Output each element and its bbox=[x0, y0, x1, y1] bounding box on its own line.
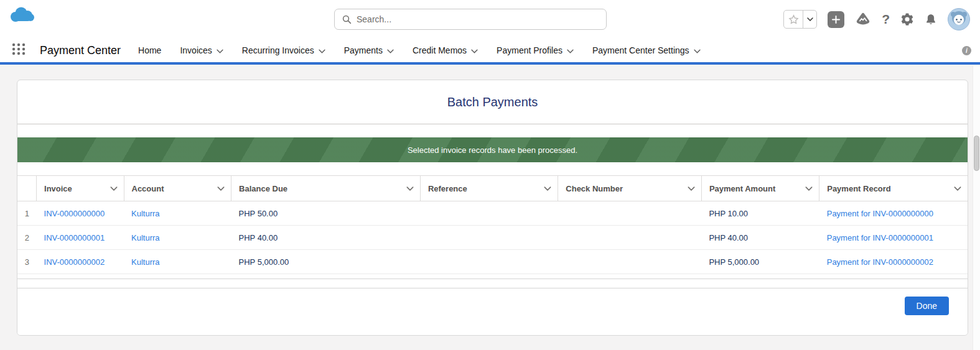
reference-value bbox=[420, 201, 558, 226]
tab-payments[interactable]: Payments bbox=[344, 45, 394, 55]
favorites-dropdown-icon[interactable] bbox=[803, 11, 816, 28]
chevron-down-icon[interactable] bbox=[217, 187, 225, 191]
payment-amount-value: PHP 40.00 bbox=[701, 226, 819, 250]
user-avatar[interactable] bbox=[948, 8, 970, 30]
guidance-icon[interactable] bbox=[855, 12, 871, 27]
chevron-down-icon[interactable] bbox=[387, 49, 394, 53]
chevron-down-icon[interactable] bbox=[544, 187, 551, 191]
column-header-account[interactable]: Account bbox=[124, 176, 231, 201]
setup-gear-icon[interactable] bbox=[900, 12, 914, 26]
account-link[interactable]: Kulturra bbox=[131, 209, 160, 218]
table-row: 1 INV-0000000000 Kulturra PHP 50.00 PHP … bbox=[17, 201, 968, 226]
page-title: Batch Payments bbox=[17, 80, 968, 124]
help-icon[interactable]: ? bbox=[882, 12, 890, 27]
check-number-value bbox=[558, 250, 702, 274]
global-search[interactable] bbox=[334, 9, 607, 30]
app-launcher-icon[interactable] bbox=[11, 42, 26, 59]
invoice-link[interactable]: INV-0000000000 bbox=[44, 209, 105, 218]
table-header-row: Invoice Account Balance Due Reference Ch… bbox=[17, 176, 968, 201]
chevron-down-icon[interactable] bbox=[954, 187, 961, 191]
page-scrollbar-thumb[interactable] bbox=[974, 136, 979, 171]
nav-tabs: Home Invoices Recurring Invoices Payment… bbox=[138, 45, 701, 55]
check-number-value bbox=[558, 226, 702, 250]
tab-payment-center-settings[interactable]: Payment Center Settings bbox=[592, 45, 701, 55]
salesforce-cloud-logo bbox=[8, 6, 35, 27]
batch-payments-table: Invoice Account Balance Due Reference Ch… bbox=[17, 175, 968, 274]
column-header-payment-amount[interactable]: Payment Amount bbox=[701, 176, 819, 201]
global-header: ? bbox=[0, 0, 980, 39]
chevron-down-icon[interactable] bbox=[406, 187, 414, 191]
chevron-down-icon[interactable] bbox=[805, 187, 813, 191]
table-row: 3 INV-0000000002 Kulturra PHP 5,000.00 P… bbox=[17, 250, 968, 274]
account-link[interactable]: Kulturra bbox=[131, 233, 160, 242]
account-link[interactable]: Kulturra bbox=[131, 257, 160, 267]
table-row: 2 INV-0000000001 Kulturra PHP 40.00 PHP … bbox=[17, 226, 968, 250]
payment-record-link[interactable]: Payment for INV-0000000000 bbox=[827, 209, 933, 218]
invoice-link[interactable]: INV-0000000001 bbox=[44, 233, 105, 242]
reference-value bbox=[420, 250, 558, 274]
tab-invoices[interactable]: Invoices bbox=[180, 45, 223, 55]
check-number-value bbox=[558, 201, 702, 226]
row-number: 2 bbox=[17, 226, 37, 250]
success-banner: Selected invoice records have been proce… bbox=[17, 137, 968, 162]
global-actions-plus-icon[interactable] bbox=[828, 11, 844, 28]
notifications-bell-icon[interactable] bbox=[925, 13, 937, 26]
favorites-star-icon[interactable] bbox=[784, 11, 803, 28]
chevron-down-icon[interactable] bbox=[471, 49, 478, 53]
chevron-down-icon[interactable] bbox=[319, 49, 325, 53]
balance-due-value: PHP 40.00 bbox=[231, 226, 421, 250]
payment-record-link[interactable]: Payment for INV-0000000002 bbox=[827, 257, 933, 267]
payment-record-link[interactable]: Payment for INV-0000000001 bbox=[827, 233, 933, 242]
payment-amount-value: PHP 10.00 bbox=[701, 201, 819, 226]
chevron-down-icon[interactable] bbox=[110, 187, 118, 191]
search-icon bbox=[342, 15, 352, 24]
chevron-down-icon[interactable] bbox=[567, 49, 574, 53]
payment-amount-value: PHP 5,000.00 bbox=[701, 250, 819, 274]
balance-due-value: PHP 5,000.00 bbox=[231, 250, 421, 274]
column-header-invoice[interactable]: Invoice bbox=[37, 176, 124, 201]
info-icon[interactable]: i bbox=[962, 46, 971, 55]
tab-payment-profiles[interactable]: Payment Profiles bbox=[497, 45, 574, 55]
tab-credit-memos[interactable]: Credit Memos bbox=[413, 45, 478, 55]
app-name: Payment Center bbox=[40, 44, 121, 57]
chevron-down-icon[interactable] bbox=[217, 49, 223, 53]
chevron-down-icon[interactable] bbox=[688, 187, 695, 191]
batch-payments-card: Batch Payments Selected invoice records … bbox=[17, 80, 968, 336]
done-button[interactable]: Done bbox=[905, 297, 949, 315]
card-footer: Done bbox=[17, 288, 968, 336]
column-header-check-number[interactable]: Check Number bbox=[558, 176, 702, 201]
page-scrollbar-track[interactable] bbox=[973, 66, 980, 350]
invoice-link[interactable]: INV-0000000002 bbox=[44, 257, 105, 267]
app-nav-bar: Payment Center Home Invoices Recurring I… bbox=[0, 39, 980, 65]
search-input[interactable] bbox=[357, 14, 599, 24]
table-horizontal-scrollbar[interactable] bbox=[17, 279, 968, 288]
tab-home[interactable]: Home bbox=[138, 45, 161, 55]
row-number-header bbox=[17, 176, 37, 201]
row-number: 3 bbox=[17, 250, 37, 274]
column-header-reference[interactable]: Reference bbox=[420, 176, 558, 201]
row-number: 1 bbox=[17, 201, 37, 226]
balance-due-value: PHP 50.00 bbox=[231, 201, 421, 226]
chevron-down-icon[interactable] bbox=[694, 49, 701, 53]
reference-value bbox=[420, 226, 558, 250]
column-header-payment-record[interactable]: Payment Record bbox=[819, 176, 968, 201]
tab-recurring-invoices[interactable]: Recurring Invoices bbox=[242, 45, 325, 55]
favorites-control bbox=[783, 10, 817, 29]
column-header-balance-due[interactable]: Balance Due bbox=[231, 176, 421, 201]
success-banner-text: Selected invoice records have been proce… bbox=[408, 145, 577, 155]
